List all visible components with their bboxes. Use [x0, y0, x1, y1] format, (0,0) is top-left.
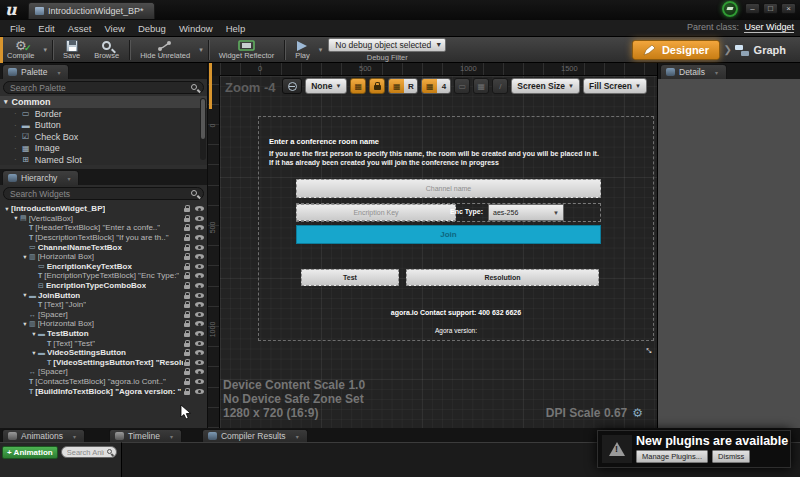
resolution-button[interactable]: Resolution	[406, 269, 599, 286]
rotation-grid-snap-button[interactable]: ▦ R	[388, 78, 418, 94]
eye-icon[interactable]	[195, 223, 204, 232]
hierarchy-search[interactable]	[3, 187, 204, 200]
hierarchy-row[interactable]: ⊟EncriptionTypeComboBox	[0, 281, 207, 291]
hierarchy-row[interactable]: ↔[Spacer]	[0, 367, 207, 377]
tab-options-icon[interactable]: ▾	[170, 433, 173, 440]
tab-details[interactable]: Details ▾	[660, 64, 727, 79]
minimize-button[interactable]: –	[745, 3, 760, 14]
compile-button[interactable]: ⚙✓ Compile	[0, 37, 42, 63]
palette-item-button[interactable]: ·▬Button	[0, 120, 207, 132]
hierarchy-row[interactable]: T[Text] "Join"	[0, 300, 207, 310]
menu-item-edit[interactable]: Edit	[38, 23, 54, 34]
tab-animations[interactable]: Animations ▾	[2, 429, 85, 442]
lock-icon[interactable]	[183, 367, 191, 376]
hierarchy-row[interactable]: T[ContactsTextBlock] "agora.io Cont.."	[0, 377, 207, 387]
tab-options-icon[interactable]: ▾	[73, 433, 76, 440]
palette-item-border[interactable]: ·▭Border	[0, 108, 207, 120]
join-button[interactable]: Join	[296, 225, 601, 244]
tab-hierarchy[interactable]: Hierarchy ▾	[2, 170, 79, 185]
hierarchy-row[interactable]: ▾▥[Horizontal Box]	[0, 319, 207, 329]
hierarchy-row[interactable]: T[VideoSettingsButtonText] "Resolution"	[0, 358, 207, 368]
eye-icon[interactable]	[195, 387, 204, 396]
eye-icon[interactable]	[195, 319, 204, 328]
palette-search-input[interactable]	[10, 83, 187, 93]
menu-item-asset[interactable]: Asset	[68, 23, 92, 34]
eye-icon[interactable]	[195, 329, 204, 338]
lock-icon[interactable]	[183, 348, 191, 357]
tab-options-icon[interactable]: ▾	[57, 69, 60, 76]
eye-icon[interactable]	[195, 271, 204, 280]
eye-icon[interactable]	[195, 252, 204, 261]
expander-icon[interactable]: ▾	[4, 98, 8, 106]
lock-icon[interactable]	[183, 319, 191, 328]
encryption-key-textbox[interactable]: Encription Key	[296, 204, 456, 221]
debug-object-dropdown[interactable]: No debug object selected ▼	[328, 38, 446, 52]
designer-canvas[interactable]: 0500100015002000 05001000 Zoom -4 None▼ …	[208, 63, 657, 428]
hierarchy-row[interactable]: ▾▬TestButton	[0, 329, 207, 339]
hierarchy-row[interactable]: T[HeaderTextBlock] "Enter a confe.."	[0, 223, 207, 233]
lock-icon[interactable]	[183, 243, 191, 252]
hierarchy-row[interactable]: ▾▥[Horizontal Box]	[0, 252, 207, 262]
expander-icon[interactable]: ▾	[30, 330, 38, 338]
palette-search[interactable]	[3, 81, 204, 94]
hierarchy-row[interactable]: ▾▤[VerticalBox]	[0, 214, 207, 224]
lock-icon[interactable]	[183, 233, 191, 242]
preview-background-button[interactable]: ▦	[473, 78, 489, 94]
palette-category-common[interactable]: ▾ Common	[0, 96, 207, 108]
expander-icon[interactable]: ▾	[3, 205, 11, 213]
fill-screen-dropdown[interactable]: Fill Screen▼	[583, 78, 647, 94]
hierarchy-row[interactable]: T[EncriptionTypeTextBlock] "Enc Type:"	[0, 271, 207, 281]
lock-icon[interactable]	[183, 271, 191, 280]
hierarchy-row[interactable]: T[DescriptionTextBlock] "If you are th..…	[0, 233, 207, 243]
flow-direction-button[interactable]	[282, 78, 302, 94]
widget-design-surface[interactable]: Enter a conference room name If you are …	[258, 116, 654, 341]
tab-compiler-results[interactable]: Compiler Results ▾	[202, 429, 308, 442]
hierarchy-row[interactable]: ▭ChannelNameTextBox	[0, 242, 207, 252]
lock-icon[interactable]	[183, 329, 191, 338]
parent-class-value[interactable]: User Widget	[744, 22, 794, 33]
lock-icon[interactable]	[183, 214, 191, 223]
grid-snap-toggle-button[interactable]: ▦	[350, 78, 366, 94]
hierarchy-row[interactable]: T[Text] "Test"	[0, 338, 207, 348]
expander-icon[interactable]: ▾	[30, 349, 38, 357]
lock-icon[interactable]	[183, 358, 191, 367]
restore-button[interactable]: □	[763, 3, 778, 14]
eye-icon[interactable]	[195, 300, 204, 309]
palette-item-image[interactable]: ·▦Image	[0, 143, 207, 155]
eye-icon[interactable]	[195, 204, 204, 213]
hide-unrelated-chevron-icon[interactable]: ▾	[199, 46, 203, 54]
hierarchy-row[interactable]: ▭EncriptionKeyTextBox	[0, 262, 207, 272]
expander-icon[interactable]: ▾	[21, 291, 29, 299]
lock-icon[interactable]	[183, 223, 191, 232]
hierarchy-row[interactable]: ▾▬VideoSettingsButton	[0, 348, 207, 358]
hierarchy-row[interactable]: T[BuildInfoTextBlock] "Agora version: "	[0, 386, 207, 396]
hierarchy-row[interactable]: ▾[IntroductionWidget_BP]	[0, 204, 207, 214]
hierarchy-row[interactable]: ↔[Spacer]	[0, 310, 207, 320]
localization-preview-dropdown[interactable]: None▼	[305, 78, 347, 94]
tab-options-icon[interactable]: ▾	[67, 175, 70, 182]
lock-icon[interactable]	[183, 204, 191, 213]
expander-icon[interactable]: ▾	[12, 214, 20, 222]
screen-size-dropdown[interactable]: Screen Size▼	[511, 78, 580, 94]
ruler-tool-button[interactable]: /	[492, 78, 508, 94]
hierarchy-row[interactable]: ▾▬JoinButton	[0, 290, 207, 300]
eye-icon[interactable]	[195, 214, 204, 223]
location-grid-snap-button[interactable]: ▦ 4	[421, 78, 451, 94]
animation-search[interactable]	[61, 446, 117, 458]
browse-button[interactable]: Browse	[87, 37, 126, 63]
eye-icon[interactable]	[195, 358, 204, 367]
lock-icon[interactable]	[183, 310, 191, 319]
lock-icon[interactable]	[183, 291, 191, 300]
encryption-type-combobox[interactable]: aes-256 ▼	[488, 204, 564, 221]
hierarchy-search-input[interactable]	[10, 189, 187, 199]
tab-options-icon[interactable]: ▾	[715, 69, 718, 76]
graph-mode-button[interactable]: Graph	[727, 40, 794, 60]
lock-widgets-toggle-button[interactable]	[369, 78, 385, 94]
expander-icon[interactable]: ▾	[21, 253, 29, 261]
tab-options-icon[interactable]: ▾	[296, 433, 299, 440]
tab-palette[interactable]: Palette ▾	[2, 64, 69, 79]
dismiss-button[interactable]: Dismiss	[712, 450, 750, 463]
hide-unrelated-button[interactable]: Hide Unrelated	[133, 37, 197, 63]
rotation-snap-value[interactable]: R	[404, 79, 417, 93]
lock-icon[interactable]	[183, 281, 191, 290]
